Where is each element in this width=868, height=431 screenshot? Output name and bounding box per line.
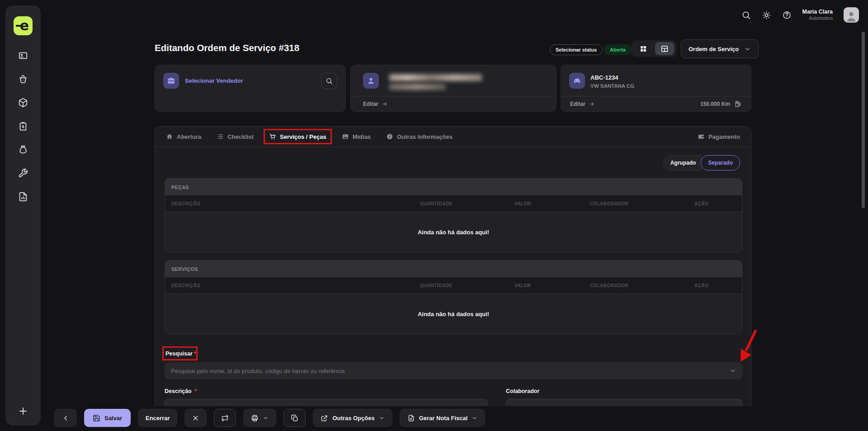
col-valor: VALOR — [488, 283, 557, 288]
repeat-button[interactable] — [214, 409, 236, 427]
save-button[interactable]: Salvar — [84, 409, 131, 427]
product-search-input[interactable] — [165, 362, 742, 379]
vendor-card: Selecionar Vendedor — [155, 65, 346, 112]
grid-view-icon[interactable] — [634, 42, 653, 55]
app-logo[interactable]: e — [14, 16, 33, 35]
save-icon — [93, 414, 100, 422]
servicos-table: SERVIÇOS DESCRIÇÃO QUANTIDADE VALOR COLA… — [165, 260, 742, 334]
file-chart-icon[interactable] — [18, 192, 28, 202]
col-quantidade: QUANTIDADE — [384, 201, 488, 206]
user-icon — [363, 73, 379, 89]
col-acao: AÇÃO — [661, 201, 742, 206]
vehicle-plate: ABC-1234 — [590, 74, 618, 81]
select-vendor-link[interactable]: Selecionar Vendedor — [185, 73, 243, 89]
cart-icon — [269, 133, 276, 140]
scrollbar-thumb[interactable] — [862, 32, 865, 208]
clipboard-dollar-icon[interactable]: $ — [18, 121, 28, 131]
copy-button[interactable] — [283, 409, 306, 427]
search-icon[interactable] — [741, 10, 751, 20]
toggle-separado[interactable]: Separado — [701, 155, 740, 171]
package-icon[interactable] — [18, 98, 28, 108]
table-title: SERVIÇOS — [165, 260, 742, 277]
print-button[interactable] — [243, 409, 276, 427]
arrow-right-icon — [589, 101, 595, 107]
tab-label: Serviços / Peças — [280, 133, 326, 140]
descricao-label: Descrição * — [165, 388, 197, 394]
sidebar: e $ — [5, 5, 41, 426]
tab-label: Outras Informações — [397, 133, 453, 140]
tab-abertura[interactable]: Abertura — [166, 133, 201, 140]
vehicle-edit-link[interactable]: Editar — [570, 101, 595, 107]
vehicle-odometer: 150.000 Km — [700, 100, 742, 108]
gerar-nota-label: Gerar Nota Fiscal — [419, 415, 468, 422]
customer-edit-link[interactable]: Editar — [363, 101, 388, 107]
chevron-down-icon — [263, 415, 269, 421]
pesquisar-label: Pesquisar * — [165, 346, 196, 360]
help-icon[interactable] — [782, 10, 792, 20]
chevron-left-icon — [62, 414, 70, 422]
tab-label: Pagamento — [708, 133, 740, 140]
col-quantidade: QUANTIDADE — [384, 283, 488, 288]
tab-label: Checklist — [227, 133, 254, 140]
vehicle-card: ABC-1234 VW SANTANA CG Editar 150.000 Km — [561, 65, 751, 112]
select-status-button[interactable]: Selecionar status — [550, 44, 603, 55]
outras-opcoes-button[interactable]: Outras Opções — [313, 409, 392, 427]
car-icon — [569, 73, 585, 89]
tabbar: Abertura Checklist Serviços / Peças Mídi… — [155, 127, 751, 147]
vehicle-edit-label: Editar — [570, 101, 585, 107]
back-button[interactable] — [54, 409, 77, 427]
user-name: Maria Clara — [802, 9, 833, 16]
col-descricao: DESCRIÇÃO — [165, 283, 384, 288]
outras-opcoes-label: Outras Opções — [332, 415, 374, 422]
entity-type-label: Ordem de Serviço — [689, 46, 739, 52]
theme-sun-icon[interactable] — [762, 10, 771, 20]
wallet-icon — [698, 133, 705, 140]
briefcase-icon — [163, 73, 179, 89]
tab-midias[interactable]: Mídias — [342, 133, 371, 140]
user-role: Automotivo — [802, 15, 833, 21]
sidebar-nav: $ — [18, 51, 28, 202]
vehicle-card-footer: Editar 150.000 Km — [561, 96, 751, 111]
save-label: Salvar — [104, 415, 122, 422]
vendor-search-button[interactable] — [321, 73, 337, 89]
close-icon — [192, 414, 199, 422]
table-header-row: DESCRIÇÃO QUANTIDADE VALOR COLABORADOR A… — [165, 277, 742, 294]
money-bag-icon[interactable] — [18, 145, 28, 155]
action-toolbar: Salvar Encerrar Outras Opções Gerar Nota… — [54, 409, 485, 427]
table-title: PEÇAS — [165, 179, 742, 195]
pecas-table: PEÇAS DESCRIÇÃO QUANTIDADE VALOR COLABOR… — [165, 178, 742, 252]
plus-icon[interactable] — [18, 406, 28, 417]
id-card-icon[interactable] — [18, 51, 28, 61]
info-icon — [386, 133, 393, 140]
status-badge[interactable]: Aberta — [604, 44, 632, 55]
tab-outras-informacoes[interactable]: Outras Informações — [386, 133, 453, 140]
required-marker: * — [194, 388, 197, 394]
customer-card: Editar — [350, 65, 557, 112]
cancel-button[interactable] — [184, 409, 207, 427]
chevron-down-icon — [379, 415, 385, 421]
entity-type-dropdown[interactable]: Ordem de Serviço — [681, 39, 759, 58]
chevron-down-icon[interactable] — [729, 367, 736, 374]
copy-icon — [291, 414, 298, 422]
toggle-agrupado[interactable]: Agrupado — [663, 155, 703, 171]
view-toggle — [631, 40, 677, 57]
chevron-down-icon — [744, 46, 751, 52]
wrench-icon[interactable] — [18, 168, 28, 178]
customer-detail-redacted — [389, 84, 446, 90]
page-title: Editando Ordem de Serviço #318 — [155, 43, 299, 53]
tab-checklist[interactable]: Checklist — [217, 133, 254, 140]
col-colaborador: COLABORADOR — [557, 201, 661, 206]
tab-pagamento[interactable]: Pagamento — [698, 133, 740, 140]
avatar[interactable] — [844, 7, 859, 23]
tab-servicos-pecas[interactable]: Serviços / Peças — [269, 133, 326, 140]
table-view-icon[interactable] — [655, 42, 674, 55]
gerar-nota-fiscal-button[interactable]: Gerar Nota Fiscal — [400, 409, 486, 427]
tab-label: Mídias — [353, 133, 371, 140]
user-menu[interactable]: Maria Clara Automotivo — [802, 9, 833, 22]
shopping-basket-icon[interactable] — [18, 74, 28, 84]
tab-label: Abertura — [177, 133, 201, 140]
invoice-file-icon — [407, 414, 415, 422]
encerrar-button[interactable]: Encerrar — [138, 409, 177, 427]
table-header-row: DESCRIÇÃO QUANTIDADE VALOR COLABORADOR A… — [165, 195, 742, 212]
checklist-icon — [217, 133, 224, 140]
